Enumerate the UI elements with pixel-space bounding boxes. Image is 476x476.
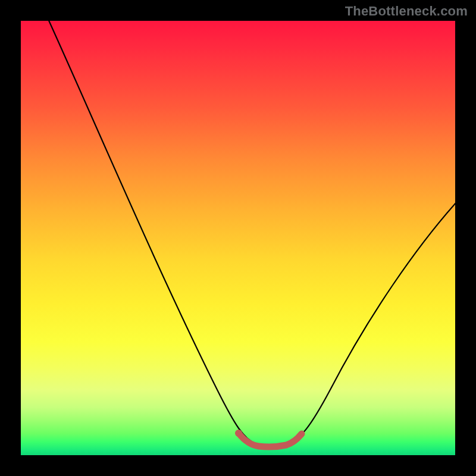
chart-frame: TheBottleneck.com [0, 0, 476, 476]
watermark-text: TheBottleneck.com [345, 4, 468, 19]
bottleneck-curve [48, 18, 456, 446]
plot-area [21, 21, 455, 455]
curve-layer [21, 21, 455, 455]
flat-region-highlight [239, 433, 302, 447]
flat-region-start-dot [235, 430, 242, 437]
